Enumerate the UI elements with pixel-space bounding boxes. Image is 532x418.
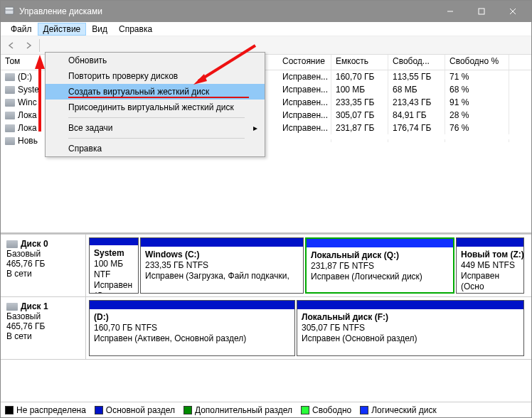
- maximize-button[interactable]: [466, 1, 497, 21]
- partition[interactable]: Windows (C:)233,35 ГБ NTFSИсправен (Загр…: [140, 237, 304, 294]
- partition-color-bar: [90, 238, 138, 245]
- partition-status: Исправен (Активен, Основной раздел): [94, 333, 290, 344]
- volume-icon: [5, 99, 15, 107]
- dropdown-help[interactable]: Справка: [46, 141, 265, 156]
- menu-help[interactable]: Справка: [113, 23, 158, 36]
- volume-free: [388, 139, 445, 142]
- svg-rect-1: [5, 7, 14, 10]
- partition-color-bar: [297, 301, 523, 309]
- disk-icon: [6, 303, 18, 311]
- volume-free-pct: 28 %: [445, 109, 509, 122]
- col-free-pct[interactable]: Свободно %: [445, 55, 509, 70]
- volume-free: 113,55 ГБ: [388, 70, 445, 83]
- partition-size: 100 МБ NTF: [94, 259, 134, 280]
- volume-icon: [5, 112, 15, 119]
- action-dropdown: Обновить Повторить проверку дисков Созда…: [45, 52, 265, 157]
- partition-status: Исправен (Осно: [461, 271, 519, 292]
- volume-status: Исправен...: [278, 83, 331, 96]
- dropdown-attach-vhd[interactable]: Присоединить виртуальный жесткий диск: [46, 100, 265, 115]
- titlebar: Управление дисками: [1, 1, 531, 22]
- partition-label: Локальный диск (F:): [302, 312, 519, 323]
- svg-rect-3: [479, 9, 484, 14]
- nav-forward-button[interactable]: [21, 38, 36, 53]
- partition-color-bar: [90, 301, 294, 309]
- graphical-view: Диск 0Базовый465,76 ГБВ сетиSystem100 МБ…: [1, 234, 531, 402]
- volume-free: 213,43 ГБ: [388, 96, 445, 109]
- disk-name: Диск 0: [21, 239, 48, 249]
- volume-name: Syste: [18, 85, 39, 95]
- volume-free-pct: 71 %: [445, 70, 509, 83]
- annotation-underline: [68, 97, 249, 98]
- volume-name: (D:): [18, 72, 32, 82]
- disk-state: В сети: [6, 269, 80, 279]
- partition-size: 160,70 ГБ NTFS: [94, 323, 290, 333]
- partition-container: System100 МБ NTFИсправен (СWindows (C:)2…: [86, 235, 531, 296]
- main-area: Том Состояние Емкость Свобод... Свободно…: [1, 55, 531, 417]
- disk-type: Базовый: [6, 311, 80, 321]
- dropdown-rescan[interactable]: Повторить проверку дисков: [46, 68, 265, 84]
- volume-free: 68 МБ: [388, 83, 445, 96]
- partition[interactable]: Локальный диск (F:)305,07 ГБ NTFSИсправе…: [297, 300, 524, 356]
- dropdown-create-vhd[interactable]: Создать виртуальный жесткий диск: [46, 84, 265, 100]
- disk-row: Диск 0Базовый465,76 ГБВ сетиSystem100 МБ…: [1, 235, 531, 297]
- volume-capacity: 231,87 ГБ: [331, 122, 388, 134]
- volume-free-pct: [445, 139, 509, 142]
- dropdown-all-tasks[interactable]: Все задачи▸: [46, 120, 265, 136]
- partition-size: 449 МБ NTFS: [461, 260, 519, 271]
- close-button[interactable]: [497, 1, 528, 21]
- col-free[interactable]: Свобод...: [388, 55, 445, 70]
- volume-capacity: 100 МБ: [331, 83, 388, 96]
- col-status[interactable]: Состояние: [278, 55, 331, 70]
- volume-capacity: 233,35 ГБ: [331, 96, 388, 109]
- legend-swatch-extended: [183, 406, 192, 414]
- volume-capacity: [331, 139, 388, 142]
- disk-size: 465,76 ГБ: [6, 259, 80, 269]
- menu-file[interactable]: Файл: [5, 23, 38, 36]
- partition[interactable]: Локальный диск (Q:)231,87 ГБ NTFSИсправе…: [305, 237, 454, 294]
- disk-name: Диск 1: [21, 301, 48, 311]
- partition[interactable]: Новый том (Z:)449 МБ NTFSИсправен (Осно: [456, 237, 524, 294]
- volume-name: Winc: [18, 97, 37, 107]
- app-icon: [4, 6, 15, 17]
- menu-action[interactable]: Действие: [38, 23, 87, 36]
- partition[interactable]: System100 МБ NTFИсправен (С: [89, 237, 139, 294]
- partition-status: Исправен (С: [94, 280, 134, 293]
- volume-status: Исправен...: [278, 109, 331, 122]
- partition-status: Исправен (Основной раздел): [302, 333, 519, 344]
- volume-icon: [5, 137, 15, 145]
- volume-status: Исправен...: [278, 96, 331, 109]
- legend-swatch-logical: [360, 406, 368, 414]
- toolbar-separator: [39, 39, 40, 52]
- nav-back-button[interactable]: [4, 38, 19, 53]
- partition-status: Исправен (Логический диск): [311, 272, 449, 282]
- volume-free: 176,74 ГБ: [388, 122, 445, 134]
- volume-free-pct: 76 %: [445, 122, 509, 134]
- minimize-button[interactable]: [435, 1, 466, 21]
- menu-view[interactable]: Вид: [86, 23, 113, 36]
- disk-info[interactable]: Диск 0Базовый465,76 ГБВ сети: [1, 235, 86, 296]
- disk-info[interactable]: Диск 1Базовый465,76 ГБВ сети: [1, 297, 86, 359]
- volume-icon: [5, 124, 15, 132]
- col-capacity[interactable]: Емкость: [331, 55, 388, 70]
- legend-swatch-primary: [95, 406, 103, 414]
- volume-status: Исправен...: [278, 70, 331, 83]
- disk-icon: [6, 240, 18, 248]
- volume-name: Лока: [18, 123, 37, 133]
- disk-type: Базовый: [6, 249, 80, 259]
- dropdown-separator: [68, 117, 245, 118]
- legend: Не распределена Основной раздел Дополнит…: [1, 402, 531, 417]
- legend-swatch-unalloc: [5, 406, 14, 414]
- dropdown-refresh[interactable]: Обновить: [46, 53, 265, 68]
- col-name[interactable]: Том: [1, 55, 50, 70]
- volume-icon: [5, 73, 15, 81]
- partition[interactable]: (D:)160,70 ГБ NTFSИсправен (Активен, Осн…: [89, 300, 295, 356]
- partition-label: Windows (C:): [145, 250, 299, 260]
- volume-free: 84,91 ГБ: [388, 109, 445, 122]
- partition-size: 305,07 ГБ NTFS: [302, 323, 519, 333]
- partition-label: (D:): [94, 312, 290, 323]
- volume-status: Исправен...: [278, 122, 331, 134]
- partition-container: (D:)160,70 ГБ NTFSИсправен (Активен, Осн…: [86, 297, 531, 359]
- disk-state: В сети: [6, 331, 80, 341]
- volume-free-pct: 91 %: [445, 96, 509, 109]
- volume-name: Новь: [18, 136, 38, 146]
